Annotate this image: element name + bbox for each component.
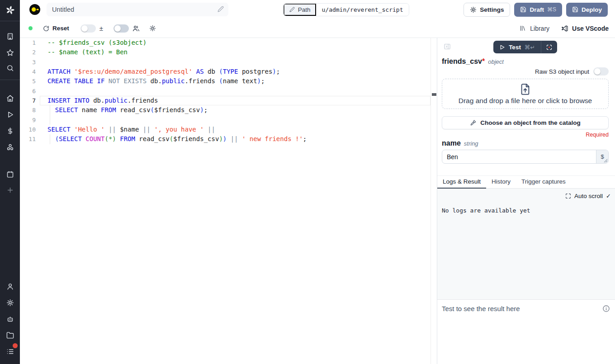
library-icon [520,25,526,32]
line-content [40,86,430,96]
vscode-label: Use VScode [572,25,609,32]
line-content: SELECT 'Hello ' || $name || ', you have … [40,125,430,134]
diff-toggle[interactable] [80,24,96,33]
cursor-position-marker [432,93,436,96]
multiplayer-toggle[interactable] [114,24,129,33]
resources-icon[interactable] [0,140,20,154]
line-number: 5 [20,76,40,86]
code-line[interactable]: 3 [20,57,430,67]
search-icon[interactable] [0,61,20,75]
line-number: 10 [20,125,40,134]
indent-guide [50,115,50,125]
raw-s3-toggle[interactable] [593,67,609,76]
code-line[interactable]: 9 [20,115,430,125]
result-pane: Test to see the result here [437,299,615,364]
resize-grip[interactable] [604,159,608,163]
runs-play-icon[interactable] [0,107,20,122]
tab-history[interactable]: History [486,176,516,188]
code-line[interactable]: 5CREATE TABLE IF NOT EXISTS db.public.fr… [20,76,430,86]
tab-logs-result[interactable]: Logs & Result [437,176,486,188]
deploy-button[interactable]: Deploy [566,3,608,17]
file-dropzone[interactable]: Drag and drop a file here or click to br… [442,79,609,109]
line-number: 1 [20,38,40,47]
name-input[interactable] [442,150,609,164]
library-button[interactable]: Library [520,25,549,32]
user-icon[interactable] [0,279,20,293]
folders-icon[interactable] [0,328,20,342]
result-placeholder: Test to see the result here [442,305,520,312]
line-content [40,115,430,125]
code-line[interactable]: 7INSERT INTO db.public.friends [20,96,430,105]
edit-title-pencil-icon[interactable] [218,6,224,14]
plus-minus-icon[interactable]: ± [99,24,103,32]
favorites-star-icon[interactable] [0,45,20,60]
save-icon [572,6,578,13]
sidebar [0,0,20,364]
line-content: -- $name (text) = Ben [40,47,430,57]
code-lines: 1-- $friends_csv (s3object)2-- $name (te… [20,38,430,144]
path-value[interactable]: u/admin/reverent_script [316,4,408,16]
code-line[interactable]: 10SELECT 'Hello ' || $name || ', you hav… [20,125,430,134]
line-content: SELECT name FROM read_csv($friends_csv); [40,105,430,115]
reset-button[interactable]: Reset [43,25,69,32]
settings-gear-icon[interactable] [0,295,20,310]
workspace-icon[interactable] [0,29,20,43]
field-name: name [442,139,461,147]
auto-scroll-control[interactable]: Auto scroll ✓ [442,193,611,199]
line-number: 11 [20,134,40,144]
code-editor[interactable]: 1-- $friends_csv (s3object)2-- $name (te… [20,38,437,364]
audit-list-icon[interactable] [0,344,20,359]
notification-badge [13,343,18,348]
info-icon[interactable] [602,305,610,312]
tab-trigger-captures[interactable]: Trigger captures [516,176,571,188]
indent-guide [50,105,50,115]
settings-label: Settings [480,6,504,13]
line-number: 6 [20,86,40,96]
required-asterisk: * [482,57,485,65]
editor-overview-ruler[interactable] [430,38,437,364]
choose-object-label: Choose an object from the catalog [480,119,580,126]
windmill-logo-icon[interactable] [0,3,20,17]
line-number: 9 [20,115,40,125]
library-label: Library [530,25,549,32]
users-icon [132,25,140,32]
script-title: Untitled [52,6,74,13]
draft-shortcut: ⌘S [547,6,556,13]
code-line[interactable]: 2-- $name (text) = Ben [20,47,430,57]
upload-file-icon [519,83,531,95]
home-icon[interactable] [0,91,20,105]
editor-toolbar: Reset ± Library Use VScode [20,19,615,38]
field-type: object [488,58,504,65]
required-hint: Required [442,132,609,138]
panel-tabs: Logs & Result History Trigger captures [437,175,615,189]
code-line[interactable]: 6 [20,86,430,96]
code-line[interactable]: 11 (SELECT COUNT(*) FROM read_csv($frien… [20,134,430,144]
line-content: CREATE TABLE IF NOT EXISTS db.public.fri… [40,76,430,86]
gear-icon [470,6,477,13]
use-vscode-button[interactable]: Use VScode [561,25,609,32]
draft-button[interactable]: Draft ⌘S [514,3,562,17]
capture-test-icon[interactable] [541,41,557,53]
script-title-field[interactable]: Untitled [47,3,228,16]
line-content: ATTACH '$res:u/demo/amazed_postgresql' A… [40,67,430,76]
sidebar-divider [0,80,20,80]
vscode-icon [561,25,568,32]
variables-dollar-icon[interactable] [0,123,20,138]
editor-settings-gear-icon[interactable] [149,25,156,32]
dropzone-label: Drag and drop a file here or click to br… [459,97,592,105]
indent-guide [50,134,50,144]
settings-button[interactable]: Settings [464,3,510,17]
path-edit-button[interactable]: Path [284,4,317,16]
add-plus-icon[interactable] [0,183,20,197]
expand-icon[interactable] [565,193,571,199]
code-line[interactable]: 4ATTACH '$res:u/demo/amazed_postgresql' … [20,67,430,76]
code-line[interactable]: 8 SELECT name FROM read_csv($friends_csv… [20,105,430,115]
choose-object-button[interactable]: Choose an object from the catalog [442,116,609,129]
collapse-panel-icon[interactable] [444,43,451,50]
code-line[interactable]: 1-- $friends_csv (s3object) [20,38,430,47]
schedules-calendar-icon[interactable] [0,167,20,181]
test-button[interactable]: Test ⌘↵ [493,41,541,53]
logs-empty-message: No logs are available yet [442,207,611,214]
ai-robot-icon[interactable] [0,312,20,326]
auto-scroll-label: Auto scroll [574,193,603,199]
